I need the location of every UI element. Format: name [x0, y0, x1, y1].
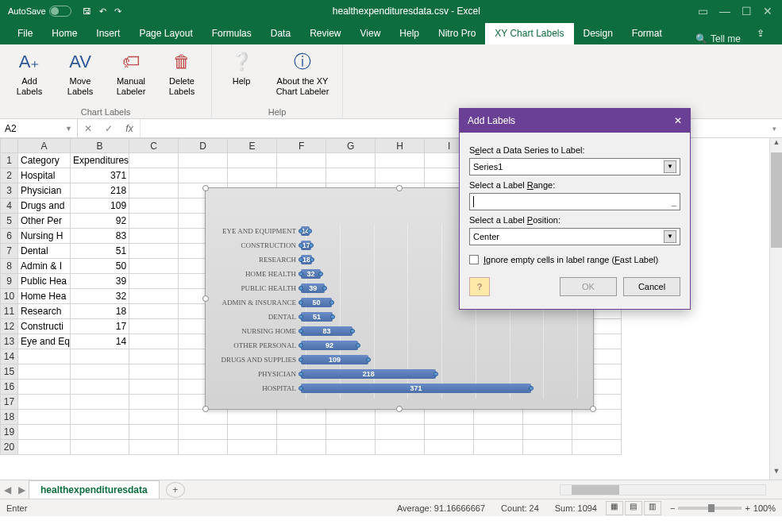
scroll-down-icon[interactable]: ▼: [770, 467, 782, 480]
row-header[interactable]: 16: [1, 380, 18, 395]
data-point-handle[interactable]: [366, 357, 371, 362]
data-point-handle[interactable]: [299, 329, 303, 333]
resize-handle[interactable]: [202, 185, 209, 191]
resize-handle[interactable]: [396, 406, 403, 412]
data-point-handle[interactable]: [299, 357, 303, 362]
cell[interactable]: [376, 425, 425, 440]
data-point-handle[interactable]: [433, 372, 438, 376]
undo-icon[interactable]: ↶: [99, 6, 106, 17]
cell[interactable]: [129, 244, 179, 259]
cell[interactable]: [71, 380, 129, 395]
chart-bar[interactable]: 32: [301, 269, 321, 279]
new-sheet-button[interactable]: +: [166, 482, 185, 498]
manual-labeler-button[interactable]: 🏷 Manual Labeler: [110, 48, 152, 106]
cell[interactable]: 51: [71, 244, 129, 259]
expand-formula-bar-icon[interactable]: ▾: [766, 125, 782, 133]
chevron-down-icon[interactable]: ▼: [65, 125, 72, 133]
row-header[interactable]: 14: [1, 349, 18, 364]
horizontal-scrollbar[interactable]: [560, 484, 766, 495]
data-point-handle[interactable]: [299, 372, 303, 376]
column-header[interactable]: F: [277, 139, 326, 153]
data-point-handle[interactable]: [299, 286, 303, 291]
row-header[interactable]: 10: [1, 289, 18, 304]
cell[interactable]: [18, 364, 71, 380]
cell[interactable]: [376, 153, 425, 168]
cell[interactable]: [71, 440, 129, 455]
row-header[interactable]: 8: [1, 259, 18, 274]
range-input[interactable]: _: [469, 193, 680, 210]
cell[interactable]: [228, 425, 277, 440]
row-header[interactable]: 17: [1, 395, 18, 410]
cell[interactable]: [572, 440, 622, 455]
about-button[interactable]: ⓘ About the XY Chart Labeler: [271, 48, 334, 106]
row-header[interactable]: 20: [1, 440, 18, 455]
column-header[interactable]: C: [129, 139, 179, 153]
cell[interactable]: [71, 364, 129, 380]
enter-formula-icon[interactable]: ✓: [98, 123, 119, 134]
cell[interactable]: [129, 349, 179, 364]
chart-bar[interactable]: 17: [301, 241, 311, 250]
cell[interactable]: [523, 410, 572, 425]
data-point-handle[interactable]: [529, 386, 534, 391]
cell[interactable]: Hospital: [18, 168, 71, 183]
row-header[interactable]: 18: [1, 410, 18, 425]
cell[interactable]: 218: [71, 183, 129, 199]
data-label[interactable]: 83: [322, 327, 330, 335]
tab-formulas[interactable]: Formulas: [202, 23, 261, 44]
cell[interactable]: [474, 440, 523, 455]
chart-bar[interactable]: 83: [301, 326, 352, 336]
fx-icon[interactable]: fx: [119, 123, 140, 134]
cell[interactable]: 17: [71, 319, 129, 334]
cell[interactable]: [474, 425, 523, 440]
cell[interactable]: [129, 214, 179, 229]
tab-insert[interactable]: Insert: [87, 23, 129, 44]
vertical-scrollbar[interactable]: ▲ ▼: [769, 138, 782, 480]
cell[interactable]: 83: [71, 229, 129, 244]
cell[interactable]: [277, 410, 326, 425]
cell[interactable]: [129, 229, 179, 244]
cell[interactable]: [129, 304, 179, 319]
row-header[interactable]: 9: [1, 274, 18, 289]
cell[interactable]: [129, 334, 179, 349]
cell[interactable]: [179, 440, 228, 455]
chart-bar[interactable]: 51: [301, 312, 333, 322]
row-header[interactable]: 5: [1, 214, 18, 229]
cell[interactable]: 39: [71, 274, 129, 289]
resize-handle[interactable]: [202, 406, 209, 412]
cell[interactable]: 14: [71, 334, 129, 349]
data-point-handle[interactable]: [299, 386, 303, 391]
data-point-handle[interactable]: [299, 300, 303, 305]
zoom-slider[interactable]: [678, 507, 742, 510]
tab-nav-next-icon[interactable]: ▶: [14, 484, 29, 495]
row-header[interactable]: 4: [1, 199, 18, 214]
tell-me[interactable]: 🔍 Tell me: [689, 33, 747, 44]
data-point-handle[interactable]: [299, 257, 303, 262]
page-layout-view-icon[interactable]: ▤: [625, 501, 642, 515]
chart-bar[interactable]: 14: [301, 226, 310, 236]
cell[interactable]: Drugs and: [18, 199, 71, 214]
chart-bar[interactable]: 371: [301, 384, 531, 393]
cell[interactable]: [179, 153, 228, 168]
data-label[interactable]: 39: [309, 284, 317, 292]
cell[interactable]: [277, 153, 326, 168]
share-icon[interactable]: ⇪: [747, 23, 774, 44]
cell[interactable]: [326, 168, 376, 183]
resize-handle[interactable]: [590, 406, 596, 412]
cell[interactable]: Constructi: [18, 319, 71, 334]
chart-bar[interactable]: 109: [301, 355, 368, 364]
move-labels-button[interactable]: AV Move Labels: [59, 48, 102, 106]
help-button[interactable]: ❔ Help: [220, 48, 263, 106]
cell[interactable]: Nursing H: [18, 229, 71, 244]
cell[interactable]: [425, 440, 474, 455]
cell[interactable]: Admin & I: [18, 259, 71, 274]
data-label[interactable]: 51: [313, 313, 321, 321]
tab-data[interactable]: Data: [261, 23, 300, 44]
tab-xy-chart-labels[interactable]: XY Chart Labels: [485, 23, 573, 44]
cell[interactable]: [71, 395, 129, 410]
data-point-handle[interactable]: [356, 343, 360, 348]
autosave-toggle[interactable]: AutoSave: [3, 6, 76, 17]
cell[interactable]: [129, 364, 179, 380]
row-header[interactable]: 2: [1, 168, 18, 183]
data-point-handle[interactable]: [299, 343, 303, 348]
cell[interactable]: [179, 168, 228, 183]
